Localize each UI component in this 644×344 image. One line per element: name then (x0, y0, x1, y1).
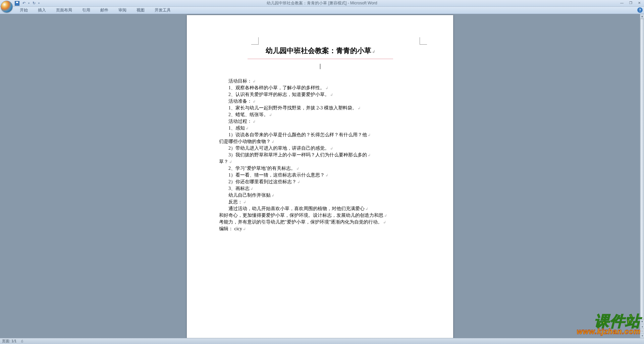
body-line: 2、蜡笔、纸张等。↲ (219, 111, 421, 118)
body-line: 们是哪些小动物的食物？↲ (219, 138, 421, 145)
next-page-button[interactable]: ▾ (640, 333, 644, 338)
document-body[interactable]: 活动目标：↲1、观察各种各样的小草，了解小草的多样性。↲2、认识有关爱护草坪的标… (219, 78, 421, 232)
body-line: 2、认识有关爱护草坪的标志，知道要爱护小草。↲ (219, 91, 421, 98)
ribbon-tabs: 开始 插入 页面布局 引用 邮件 审阅 视图 开发工具 ? (0, 7, 644, 14)
tab-page-layout[interactable]: 页面布局 (51, 7, 77, 14)
body-line: 考能力，并有意识的引导幼儿把"爱护小草，保护环境"逐渐内化为自觉的行动。↲ (219, 219, 421, 226)
body-line: 编辑： cicy↲ (219, 226, 421, 232)
minimize-button[interactable]: — (618, 0, 626, 5)
tab-review[interactable]: 审阅 (113, 7, 131, 14)
document-title: 幼儿园中班社会教案：青青的小草↲ (248, 46, 393, 59)
body-line: 1）说说各自带来的小草是什么颜色的？长得怎么样？有什么用？他↲ (219, 132, 421, 138)
body-line: 活动准备：↲ (219, 98, 421, 105)
vertical-scrollbar: ▲ ▼ ▴ ○ ▾ (640, 14, 644, 338)
body-line: 1、观察各种各样的小草，了解小草的多样性。↲ (219, 85, 421, 91)
help-icon[interactable]: ? (637, 7, 643, 13)
tab-mailings[interactable]: 邮件 (95, 7, 113, 14)
tab-developer[interactable]: 开发工具 (150, 7, 176, 14)
body-line: 1、家长与幼儿一起到野外寻找野菜，并拔 2-3 棵放入塑料袋。↲ (219, 105, 421, 111)
body-line: 2）带幼儿进入可进入的草地，讲讲自己的感觉。↲ (219, 145, 421, 152)
body-line: 2、学习"爱护草地"的有关标志。↲ (219, 165, 421, 172)
undo-button[interactable]: ↶ (21, 1, 27, 6)
browse-nav: ▴ ○ ▾ (640, 324, 644, 338)
tab-insert[interactable]: 插入 (33, 7, 51, 14)
tab-references[interactable]: 引用 (77, 7, 95, 14)
margin-corner-tl (251, 37, 259, 45)
body-line: 3）我们拔的野草和草坪上的小草一样吗？人们为什么要种那么多的↲ (219, 152, 421, 158)
body-line: 幼儿自己制作并张贴↲ (219, 192, 421, 199)
office-button[interactable] (1, 1, 13, 13)
page-count[interactable]: 页面: 1/1 (2, 339, 16, 344)
body-line: 3、画标志↲ (219, 185, 421, 192)
scroll-up-button[interactable]: ▲ (640, 14, 644, 19)
body-line: 1）看一看、猜一猜，这些标志表示什么意思？↲ (219, 172, 421, 179)
body-line: 2）你还在哪里看到过这些标志？↲ (219, 179, 421, 185)
window-title: 幼儿园中班社会教案：青青的小草 [兼容模式] - Microsoft Word (0, 0, 644, 6)
page[interactable]: 幼儿园中班社会教案：青青的小草↲ 活动目标：↲1、观察各种各样的小草，了解小草的… (187, 15, 453, 338)
undo-dropdown[interactable]: ▾ (28, 1, 30, 6)
save-button[interactable] (14, 1, 20, 6)
body-line: 活动过程：↲ (219, 118, 421, 125)
margin-corner-tr (420, 37, 427, 45)
window-controls: — ❐ ✕ (618, 0, 643, 5)
scroll-thumb[interactable] (640, 19, 644, 319)
close-button[interactable]: ✕ (635, 0, 643, 5)
maximize-button[interactable]: ❐ (627, 0, 635, 5)
document-viewport: 幼儿园中班社会教案：青青的小草↲ 活动目标：↲1、观察各种各样的小草，了解小草的… (0, 14, 640, 338)
app-name: Microsoft Word (350, 1, 377, 5)
body-line: 草？↲ (219, 158, 421, 165)
redo-button[interactable]: ↻ (31, 1, 37, 6)
text-cursor (320, 64, 320, 69)
document-name: 幼儿园中班社会教案：青青的小草 [兼容模式] (267, 1, 346, 5)
qat-customize[interactable]: ▾ (38, 1, 40, 6)
prev-page-button[interactable]: ▴ (640, 324, 644, 329)
tab-home[interactable]: 开始 (15, 7, 33, 14)
scroll-down-button[interactable]: ▼ (640, 319, 644, 324)
body-line: 反思：↲ (219, 199, 421, 205)
browse-object-button[interactable]: ○ (640, 329, 644, 333)
body-line: 1、感知↲ (219, 125, 421, 132)
status-bar: 页面: 1/1 ⎙ (0, 338, 644, 344)
save-icon (15, 1, 19, 6)
body-line: 和好奇心，更加懂得要爱护小草，保护环境。设计标志，发展幼儿的创造力和思↲ (219, 212, 421, 219)
quick-access-toolbar: ↶ ▾ ↻ ▾ (14, 0, 40, 6)
body-line: 通过活动，幼儿开始喜欢小草，喜欢周围的植物，对他们充满爱心↲ (219, 205, 421, 212)
cursor-line (219, 64, 421, 70)
title-bar: ↶ ▾ ↻ ▾ 幼儿园中班社会教案：青青的小草 [兼容模式] - Microso… (0, 0, 644, 7)
status-icon[interactable]: ⎙ (20, 339, 24, 344)
tab-view[interactable]: 视图 (131, 7, 150, 14)
body-line: 活动目标：↲ (219, 78, 421, 85)
